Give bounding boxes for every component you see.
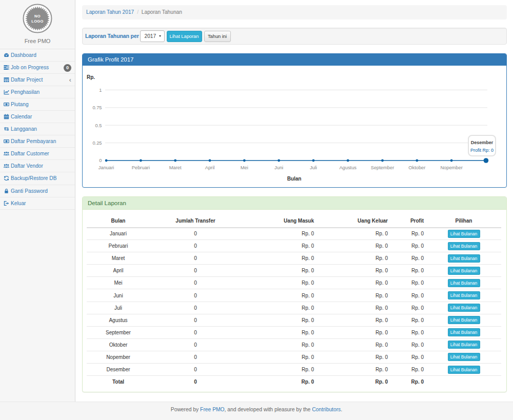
svg-text:Oktober: Oktober: [408, 165, 425, 170]
svg-text:0.75: 0.75: [92, 105, 102, 110]
svg-text:0: 0: [99, 158, 102, 163]
svg-text:Pebruari: Pebruari: [132, 165, 150, 170]
svg-text:Nopember: Nopember: [440, 165, 462, 170]
svg-text:Maret: Maret: [169, 165, 182, 170]
svg-text:LOGO: LOGO: [31, 19, 44, 24]
svg-text:April: April: [205, 165, 215, 170]
svg-text:Juli: Juli: [310, 165, 317, 170]
svg-text:Rp.: Rp.: [87, 74, 95, 80]
svg-text:Desember: Desember: [471, 140, 494, 145]
svg-text:Agustus: Agustus: [339, 165, 357, 170]
svg-text:NO: NO: [34, 14, 41, 18]
svg-text:0.25: 0.25: [92, 141, 102, 146]
svg-text:Bulan: Bulan: [287, 176, 302, 182]
svg-text:Mei: Mei: [241, 165, 248, 170]
svg-text:Januari: Januari: [98, 165, 114, 170]
svg-text:Juni: Juni: [274, 165, 283, 170]
svg-text:1: 1: [99, 88, 102, 93]
svg-text:0.5: 0.5: [95, 123, 102, 128]
svg-text:September: September: [371, 165, 394, 170]
svg-text:Profit Rp: 0: Profit Rp: 0: [470, 148, 494, 153]
